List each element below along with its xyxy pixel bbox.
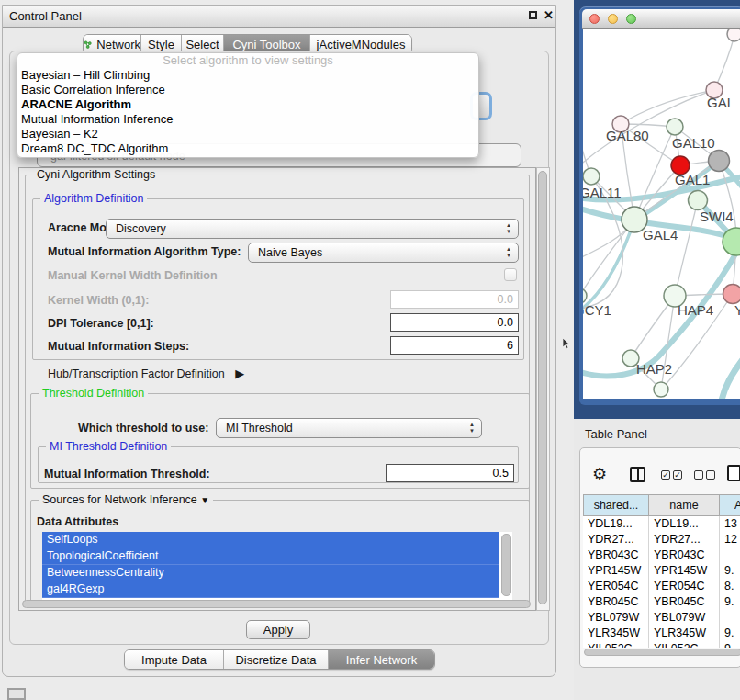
control-panel-titlebar[interactable] bbox=[3, 6, 555, 28]
hub-definition-expander[interactable]: Hub/Transcription Factor Definition ▶ bbox=[48, 367, 244, 380]
minimized-palette-icon[interactable] bbox=[7, 688, 26, 700]
network-node[interactable] bbox=[689, 191, 708, 210]
horizontal-scrollbar-thumb[interactable] bbox=[22, 600, 531, 608]
table-row[interactable]: YBR043CYBR043C bbox=[583, 548, 740, 563]
manual-kernel-checkbox[interactable] bbox=[504, 268, 517, 281]
network-node-label: GAL bbox=[707, 95, 734, 110]
deselect-all-columns-icon[interactable] bbox=[694, 470, 715, 480]
algorithm-option[interactable]: Mutual Information Inference bbox=[17, 112, 478, 127]
cyni-algorithm-settings-title: Cyni Algorithm Settings bbox=[33, 168, 159, 181]
network-node-label: HAP2 bbox=[636, 361, 672, 377]
network-edge[interactable] bbox=[721, 353, 740, 399]
manual-kernel-label: Manual Kernel Width Definition bbox=[48, 269, 218, 282]
mouse-cursor bbox=[563, 338, 572, 349]
mi-type-select[interactable]: Naive Bayes ▲▼ bbox=[248, 243, 519, 263]
column-header-name[interactable]: name bbox=[648, 494, 720, 516]
gear-icon[interactable]: ⚙ bbox=[592, 464, 607, 484]
network-node[interactable] bbox=[723, 285, 740, 304]
algorithm-option[interactable]: Dream8 DC_TDC Algorithm bbox=[17, 141, 478, 156]
network-node-label: GCY1 bbox=[583, 302, 611, 318]
network-edge[interactable] bbox=[675, 200, 698, 296]
network-node-label: GAL80 bbox=[606, 128, 649, 143]
list-item[interactable]: gal4RGexp bbox=[42, 581, 499, 598]
aracne-mode-select[interactable]: Discovery ▲▼ bbox=[106, 219, 519, 239]
dpi-tolerance-field[interactable]: 0.0 bbox=[390, 313, 519, 332]
select-all-columns-icon[interactable]: ✓✓ bbox=[661, 470, 682, 480]
mi-steps-field[interactable]: 6 bbox=[390, 336, 519, 355]
tab-discretize-data[interactable]: Discretize Data bbox=[224, 650, 329, 669]
kernel-width-field[interactable]: 0.0 bbox=[390, 290, 519, 309]
close-panel-icon[interactable]: ✕ bbox=[544, 8, 554, 22]
algorithm-option[interactable]: Bayesian – K2 bbox=[17, 127, 478, 141]
which-threshold-select[interactable]: MI Threshold ▲▼ bbox=[216, 418, 482, 438]
column-header-shared-name[interactable]: shared... bbox=[583, 494, 649, 516]
column-header-clipped[interactable]: A bbox=[719, 494, 740, 516]
algorithm-definition-title: Algorithm Definition bbox=[40, 192, 147, 205]
list-scrollbar-thumb[interactable] bbox=[501, 534, 511, 596]
algorithm-option[interactable]: Bayesian – Hill Climbing bbox=[17, 68, 478, 83]
mi-threshold-field[interactable]: 0.5 bbox=[386, 464, 514, 482]
table-panel-title: Table Panel bbox=[585, 427, 647, 441]
kernel-width-label: Kernel Width (0,1): bbox=[48, 294, 149, 307]
vertical-scrollbar-thumb[interactable] bbox=[538, 171, 547, 604]
table-row[interactable]: YDL19...YDL19...13 bbox=[583, 516, 740, 532]
dpi-tolerance-label: DPI Tolerance [0,1]: bbox=[48, 317, 154, 330]
network-icon bbox=[84, 39, 92, 51]
bottom-tabs: Impute Data Discretize Data Infer Networ… bbox=[124, 649, 435, 670]
apply-button[interactable]: Apply bbox=[246, 620, 310, 639]
control-panel-title: Control Panel bbox=[9, 9, 82, 23]
column-view-icon[interactable] bbox=[630, 467, 645, 482]
network-node-label: GAL1 bbox=[675, 172, 710, 187]
network-node[interactable] bbox=[727, 29, 740, 41]
export-table-icon[interactable] bbox=[727, 465, 740, 481]
table-row[interactable]: YBR045CYBR045C9. bbox=[583, 594, 740, 610]
tab-network-label: Network bbox=[96, 38, 140, 51]
table-hscrollbar-thumb[interactable] bbox=[584, 649, 740, 656]
list-scrollbar[interactable] bbox=[499, 532, 512, 600]
algorithm-dropdown-popup: Select algorithm to view settings Bayesi… bbox=[17, 52, 479, 158]
window-zoom-button[interactable] bbox=[626, 14, 636, 24]
network-window-titlebar[interactable] bbox=[582, 9, 740, 29]
network-node-label: GAL4 bbox=[643, 227, 678, 243]
table-row[interactable]: YBL079WYBL079W bbox=[583, 610, 740, 626]
tab-infer-network[interactable]: Infer Network bbox=[329, 650, 434, 669]
network-node[interactable] bbox=[667, 119, 683, 135]
network-node-label: SWI4 bbox=[700, 209, 734, 224]
algorithm-placeholder: Select algorithm to view settings bbox=[17, 53, 478, 68]
window-minimize-button[interactable] bbox=[608, 14, 618, 24]
float-window-icon[interactable] bbox=[529, 11, 537, 19]
list-item[interactable]: SelfLoops bbox=[42, 532, 499, 548]
mi-threshold-label: Mutual Information Threshold: bbox=[44, 468, 210, 480]
mi-type-label: Mutual Information Algorithm Type: bbox=[48, 245, 241, 258]
network-node-label: GAL10 bbox=[672, 135, 715, 151]
network-node-label: HAP4 bbox=[678, 302, 713, 318]
network-edge[interactable] bbox=[583, 220, 634, 296]
combo-arrows-icon: ▲▼ bbox=[506, 246, 511, 259]
table-row[interactable]: YPR145WYPR145W9. bbox=[583, 563, 740, 579]
table-row[interactable]: YIL052CYIL052C9. bbox=[583, 641, 740, 648]
table-row[interactable]: YER054CYER054C8. bbox=[583, 579, 740, 594]
table-rows: YDL19...YDL19...13YDR27...YDR27...12YBR0… bbox=[583, 516, 740, 648]
data-attributes-label: Data Attributes bbox=[37, 515, 118, 528]
mi-steps-label: Mutual Information Steps: bbox=[48, 340, 189, 353]
algorithm-option-selected[interactable]: ARACNE Algorithm bbox=[17, 97, 478, 112]
collapse-down-arrow-icon: ▼ bbox=[200, 495, 209, 505]
list-item[interactable]: BetweennessCentrality bbox=[42, 565, 499, 581]
threshold-definition-title: Threshold Definition bbox=[39, 387, 148, 400]
tab-impute-data[interactable]: Impute Data bbox=[125, 650, 224, 669]
network-edge[interactable] bbox=[583, 220, 634, 312]
list-item[interactable]: TopologicalCoefficient bbox=[42, 548, 499, 565]
table-row[interactable]: YDR27...YDR27...12 bbox=[583, 532, 740, 548]
sources-title: Sources for Network Inference ▼ bbox=[39, 493, 213, 506]
network-node-label: GAL11 bbox=[583, 185, 622, 200]
network-node[interactable] bbox=[583, 288, 587, 303]
table-row[interactable]: YLR345WYLR345W9. bbox=[583, 626, 740, 641]
window-close-button[interactable] bbox=[589, 14, 600, 24]
network-node[interactable] bbox=[583, 168, 600, 185]
network-canvas[interactable]: GALGAL80GAL10GAL1GAL11SWI4GAL4GCY1HAP4YH… bbox=[583, 29, 740, 399]
algorithm-option[interactable]: Basic Correlation Inference bbox=[17, 83, 478, 97]
network-node[interactable] bbox=[709, 151, 730, 172]
which-threshold-label: Which threshold to use: bbox=[78, 422, 208, 435]
expander-right-arrow-icon: ▶ bbox=[235, 367, 244, 380]
network-node[interactable] bbox=[654, 382, 668, 397]
